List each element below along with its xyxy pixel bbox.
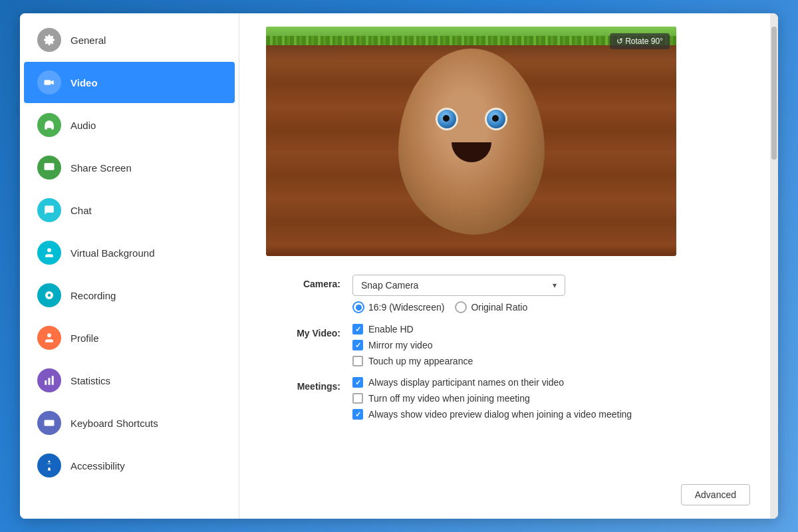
- checkbox-label-display-names: Always display participant names on thei…: [368, 377, 564, 388]
- sidebar-item-keyboard-shortcuts[interactable]: Keyboard Shortcuts: [24, 402, 235, 444]
- sidebar-item-audio[interactable]: Audio: [24, 104, 235, 146]
- video-preview: ↺ Rotate 90°: [266, 27, 676, 256]
- radio-original[interactable]: Original Ratio: [455, 301, 527, 313]
- svg-point-5: [47, 333, 51, 337]
- sidebar-item-label-profile: Profile: [70, 332, 99, 344]
- radio-label-original: Original Ratio: [471, 302, 527, 313]
- checkbox-label-show-preview: Always show video preview dialog when jo…: [368, 409, 632, 420]
- main-content: ↺ Rotate 90° Camera: Snap Camera ▾: [239, 13, 770, 519]
- potato-mouth: [452, 142, 491, 162]
- meetings-controls: ✓ Always display participant names on th…: [352, 377, 737, 420]
- meetings-row: Meetings: ✓ Always display participant n…: [273, 377, 737, 420]
- checkbox-mirror-video[interactable]: ✓ Mirror my video: [352, 340, 737, 350]
- advanced-button[interactable]: Advanced: [681, 484, 750, 505]
- camera-dropdown[interactable]: Snap Camera ▾: [352, 275, 565, 296]
- checkbox-label-enable-hd: Enable HD: [368, 324, 414, 334]
- checkmark-show-preview: ✓: [355, 411, 361, 418]
- sidebar: General Video Audio: [20, 13, 239, 519]
- checkbox-enable-hd[interactable]: ✓ Enable HD: [352, 324, 737, 334]
- meetings-label: Meetings:: [273, 377, 352, 392]
- svg-rect-8: [52, 376, 54, 385]
- checkbox-box-enable-hd: ✓: [352, 324, 363, 334]
- svg-rect-7: [49, 378, 51, 385]
- camera-controls: Snap Camera ▾ 16:9 (Widescreen) Original…: [352, 275, 737, 313]
- rotate-button[interactable]: ↺ Rotate 90°: [610, 33, 670, 49]
- sidebar-item-profile[interactable]: Profile: [24, 317, 235, 358]
- profile-icon: [37, 326, 61, 350]
- sidebar-item-label-virtual-bg: Virtual Background: [70, 247, 154, 259]
- sidebar-item-label-statistics: Statistics: [70, 375, 110, 386]
- sidebar-item-label-chat: Chat: [70, 205, 92, 216]
- sidebar-item-label-accessibility: Accessibility: [70, 460, 125, 471]
- radio-circle-widescreen: [352, 301, 364, 313]
- scrollbar-thumb[interactable]: [771, 27, 777, 160]
- checkbox-display-names[interactable]: ✓ Always display participant names on th…: [352, 377, 737, 388]
- sidebar-item-video[interactable]: Video: [24, 62, 235, 103]
- sidebar-item-label-keyboard-shortcuts: Keyboard Shortcuts: [70, 418, 158, 429]
- svg-point-10: [49, 461, 51, 463]
- checkbox-box-touch-up: [352, 356, 363, 366]
- checkbox-box-mirror-video: ✓: [352, 340, 363, 350]
- svg-point-2: [47, 248, 51, 252]
- keyboard-icon: [37, 411, 61, 435]
- radio-circle-original: [455, 301, 467, 313]
- virtual-bg-icon: [37, 241, 61, 265]
- sidebar-item-recording[interactable]: Recording: [24, 275, 235, 316]
- app-window: General Video Audio: [20, 13, 778, 519]
- headphone-icon: [37, 113, 61, 137]
- camera-row: Camera: Snap Camera ▾ 16:9 (Widescreen): [273, 275, 737, 313]
- aspect-ratio-options: 16:9 (Widescreen) Original Ratio: [352, 301, 737, 313]
- potato-avatar: [398, 49, 545, 235]
- video-icon: [37, 70, 61, 94]
- svg-rect-0: [45, 80, 51, 85]
- sidebar-item-chat[interactable]: Chat: [24, 190, 235, 231]
- sidebar-item-label-general: General: [70, 35, 106, 46]
- checkbox-label-mirror-video: Mirror my video: [368, 340, 432, 350]
- svg-rect-6: [45, 380, 47, 385]
- checkbox-label-turn-off-video: Turn off my video when joining meeting: [368, 393, 530, 404]
- sidebar-item-label-video: Video: [70, 77, 98, 88]
- radio-widescreen[interactable]: 16:9 (Widescreen): [352, 301, 444, 313]
- checkbox-box-show-preview: ✓: [352, 409, 363, 420]
- my-video-label: My Video:: [273, 324, 352, 338]
- potato-eye-left: [436, 108, 458, 130]
- checkbox-box-turn-off-video: [352, 393, 363, 404]
- accessibility-icon: [37, 454, 61, 477]
- share-screen-icon: [37, 156, 61, 180]
- recording-icon: [37, 283, 61, 307]
- my-video-controls: ✓ Enable HD ✓ Mirror my video: [352, 324, 737, 366]
- radio-label-widescreen: 16:9 (Widescreen): [368, 302, 444, 313]
- video-form: Camera: Snap Camera ▾ 16:9 (Widescreen): [266, 275, 743, 420]
- scrollbar-track: [770, 13, 778, 519]
- sidebar-item-virtual-background[interactable]: Virtual Background: [24, 232, 235, 273]
- sidebar-item-general[interactable]: General: [24, 19, 235, 61]
- content-area: ↺ Rotate 90° Camera: Snap Camera ▾: [239, 13, 770, 519]
- potato-eye-right: [485, 108, 507, 130]
- checkmark-mirror-video: ✓: [355, 342, 361, 349]
- potato-eyes: [436, 108, 507, 130]
- checkbox-touch-up[interactable]: Touch up my appearance: [352, 356, 737, 366]
- checkbox-turn-off-video[interactable]: Turn off my video when joining meeting: [352, 393, 737, 404]
- camera-label: Camera:: [273, 275, 352, 289]
- sidebar-item-statistics[interactable]: Statistics: [24, 360, 235, 401]
- checkmark-enable-hd: ✓: [355, 326, 361, 333]
- camera-value: Snap Camera: [361, 280, 418, 291]
- video-background: [266, 27, 676, 256]
- sidebar-item-share-screen[interactable]: Share Screen: [24, 147, 235, 188]
- svg-point-4: [48, 294, 51, 297]
- checkbox-show-preview[interactable]: ✓ Always show video preview dialog when …: [352, 409, 737, 420]
- sidebar-item-accessibility[interactable]: Accessibility: [24, 445, 235, 486]
- sidebar-item-label-recording: Recording: [70, 290, 116, 301]
- checkbox-box-display-names: ✓: [352, 377, 363, 388]
- checkbox-label-touch-up: Touch up my appearance: [368, 356, 473, 366]
- svg-rect-9: [45, 420, 55, 426]
- sidebar-item-label-audio: Audio: [70, 120, 96, 131]
- checkmark-display-names: ✓: [355, 379, 361, 386]
- my-video-row: My Video: ✓ Enable HD ✓ Mirror: [273, 324, 737, 366]
- chat-icon: [37, 198, 61, 222]
- sidebar-item-label-share-screen: Share Screen: [70, 162, 132, 174]
- gear-icon: [37, 28, 61, 52]
- dropdown-arrow-icon: ▾: [553, 281, 557, 290]
- statistics-icon: [37, 368, 61, 392]
